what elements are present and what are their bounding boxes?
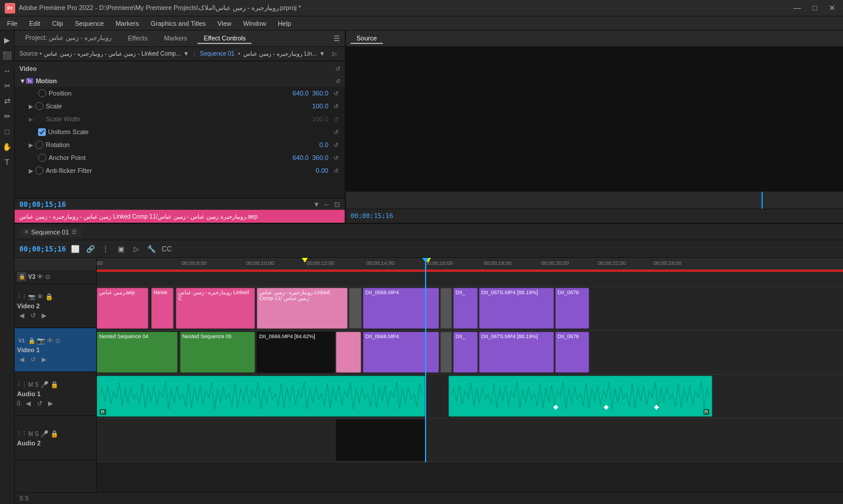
ec-filter-icon[interactable]: ▼ <box>313 200 320 209</box>
ec-reset-video[interactable]: ↺ <box>335 66 340 72</box>
menu-item-view[interactable]: View <box>213 19 236 28</box>
ec-reset-scale[interactable]: ↺ <box>332 102 340 110</box>
v1-lock-icon[interactable]: 🔒 <box>28 338 35 344</box>
clip-v2-5[interactable]: DII_0666.MP4 <box>363 288 439 329</box>
a1-M-btn[interactable]: M <box>28 382 33 388</box>
keyframe-1[interactable] <box>553 405 558 410</box>
linked-select-btn[interactable]: 🔗 <box>84 243 96 255</box>
a2-S-btn[interactable]: S <box>35 431 39 437</box>
v2-eye-icon[interactable]: 👁 <box>37 293 43 300</box>
keyframe-2[interactable] <box>604 405 609 410</box>
ec-scale-icon[interactable] <box>35 102 43 110</box>
titlebar-controls[interactable]: — □ ✕ <box>790 2 838 13</box>
tools-btn[interactable]: 🔧 <box>145 243 157 255</box>
ec-motion-chevron[interactable]: ▼ <box>19 77 26 84</box>
timeline-tracks[interactable]: 00 00;00;8;00 00;00;10;00 00;00;12;00 00… <box>97 258 843 492</box>
clip-v1-fx[interactable]: DII_ <box>453 332 478 373</box>
selection-tool[interactable]: ▶ <box>0 33 14 47</box>
clip-v1-1[interactable]: Nested Sequence 04 <box>97 332 178 373</box>
track-select-tool[interactable]: ⬛ <box>0 48 14 62</box>
ec-uniformscale-checkbox[interactable] <box>38 128 46 136</box>
ec-scale-value[interactable]: 100.0 <box>312 103 328 110</box>
ec-rotation-value[interactable]: 0.0 <box>319 141 328 148</box>
tab-source[interactable]: Source <box>351 33 383 44</box>
tab-markers[interactable]: Markers <box>158 33 193 44</box>
v1-prev-icon[interactable]: ◀ <box>17 355 26 364</box>
clip-v2-1[interactable]: زمین عباس.aep <box>97 288 148 329</box>
close-button[interactable]: ✕ <box>826 2 838 13</box>
clip-v1-7[interactable]: DII_0676 <box>555 332 589 373</box>
menu-item-clip[interactable]: Clip <box>47 19 68 28</box>
source-timeline[interactable] <box>346 191 843 209</box>
ec-reset-position[interactable]: ↺ <box>332 89 340 97</box>
ec-reset-rotation[interactable]: ↺ <box>332 141 340 149</box>
ec-rotation-icon[interactable] <box>35 141 43 149</box>
text-tool[interactable]: T <box>0 155 14 169</box>
ec-dropdown-icon[interactable]: ▼ <box>183 50 189 57</box>
seq-menu-icon[interactable]: ☰ <box>72 229 77 235</box>
clip-v1-6[interactable]: DII_067S.MP4 [88.19%] <box>479 332 554 373</box>
ec-reset-anchorpoint[interactable]: ↺ <box>332 154 340 162</box>
ripple-edit-tool[interactable]: ↔ <box>0 63 14 77</box>
ec-position-y[interactable]: 360.0 <box>312 90 328 97</box>
clip-v2-img2[interactable] <box>440 288 452 329</box>
ec-reset-uniformscale[interactable]: ↺ <box>332 128 340 136</box>
ec-expand-icon[interactable]: ⊡ <box>334 200 340 209</box>
seq-tab-label[interactable]: Sequence 01 <box>31 229 69 236</box>
clip-v2-2[interactable]: Neste <box>151 288 174 329</box>
clip-v2-7[interactable]: DII_0676 <box>555 288 589 329</box>
clip-v1-5[interactable]: DII_0666.MP4 <box>363 332 439 373</box>
v2-loop-icon[interactable]: ↺ <box>28 311 38 320</box>
add-marker-btn[interactable]: ⋮ <box>100 243 111 255</box>
ec-position-x[interactable]: 640.0 <box>293 90 309 97</box>
v1-loop-icon[interactable]: ↺ <box>28 355 38 364</box>
v3-solo-icon[interactable]: ⊙ <box>45 273 50 281</box>
maximize-button[interactable]: □ <box>810 2 820 13</box>
timeline-timecode[interactable]: 00;00;15;16 <box>19 245 66 253</box>
keyframe-3[interactable] <box>654 405 659 410</box>
ec-reset-scalewidth[interactable]: ↺ <box>332 115 340 123</box>
a2-settings-icon[interactable]: ⋮⋮ <box>17 429 26 438</box>
pen-tool[interactable]: ✏ <box>0 109 14 123</box>
ec-antiflicker-value[interactable]: 0.00 <box>316 167 328 174</box>
v1-solo-icon[interactable]: ⊙ <box>55 337 60 345</box>
ec-sequence-label[interactable]: Sequence 01 <box>200 50 234 57</box>
panel-menu-icon[interactable]: ☰ <box>334 35 340 43</box>
rectangle-tool[interactable]: □ <box>0 124 14 138</box>
clip-v2-4[interactable]: رویبارجیره - زمین عباس Linked Comp 11/ ز… <box>257 288 348 329</box>
clip-a2-black[interactable] <box>336 420 425 461</box>
minimize-button[interactable]: — <box>790 2 804 13</box>
clip-v1-img[interactable] <box>440 332 452 373</box>
razor-tool[interactable]: ✂ <box>0 79 14 93</box>
clip-v2-6[interactable]: DII_067S.MP4 [88.19%] <box>479 288 554 329</box>
v2-lock-icon[interactable]: 🔒 <box>45 293 53 301</box>
a1-S-btn[interactable]: S <box>35 382 39 388</box>
a1-next-icon[interactable]: ▶ <box>46 399 55 408</box>
ec-settings-icon[interactable]: ← <box>324 200 331 209</box>
add-to-timeline-btn[interactable]: ▣ <box>115 243 127 255</box>
clip-v1-4[interactable] <box>336 332 361 373</box>
ec-timecode[interactable]: 00;00;15;16 <box>19 200 66 209</box>
sequence-tab[interactable]: ✕ Sequence 01 ☰ <box>19 227 81 237</box>
ec-antiflicker-icon[interactable] <box>35 166 43 175</box>
clip-a1-2[interactable]: R <box>448 376 712 417</box>
clip-v1-2[interactable]: Nested Sequence 05 <box>180 332 255 373</box>
ec-reset-motion[interactable]: ↺ <box>335 78 340 84</box>
v3-eye-icon[interactable]: 👁 <box>37 273 43 280</box>
a1-loop-icon[interactable]: ↺ <box>35 399 44 408</box>
a2-M-btn[interactable]: M <box>28 431 33 437</box>
ec-pin-icon[interactable]: ▷ <box>332 50 337 57</box>
captions-btn[interactable]: CC <box>161 243 172 255</box>
ec-motion-header[interactable]: ▼ fx Motion ↺ <box>15 75 345 87</box>
menu-item-edit[interactable]: Edit <box>25 19 45 28</box>
a2-mic-icon[interactable]: 🎤 <box>40 430 49 438</box>
menu-item-file[interactable]: File <box>2 19 22 28</box>
menu-item-window[interactable]: Window <box>239 19 271 28</box>
v2-next-icon[interactable]: ▶ <box>39 311 49 320</box>
v1-camera-icon[interactable]: 📷 <box>37 337 45 345</box>
menu-item-sequence[interactable]: Sequence <box>70 19 109 28</box>
v3-lock-icon[interactable]: 🔒 <box>17 272 26 281</box>
ec-anchorpoint-icon[interactable] <box>38 154 46 162</box>
ec-rotation-chevron[interactable]: ▶ <box>29 142 33 148</box>
ec-source-value[interactable]: زمین عباس - رویبارجیره - زمین عباس - Lin… <box>44 50 181 57</box>
